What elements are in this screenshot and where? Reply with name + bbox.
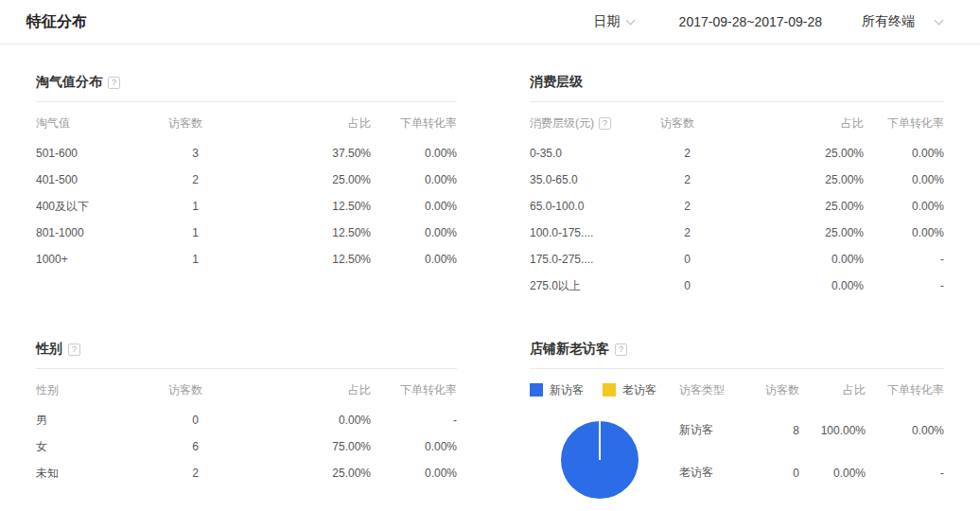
ratio-value: 12.50% bbox=[287, 226, 371, 239]
row-label: 501-600 bbox=[36, 147, 168, 160]
col-header-ratio: 占比 bbox=[287, 115, 371, 132]
col-header-label: 性别 bbox=[36, 382, 168, 398]
pie-slice-divider bbox=[599, 421, 601, 460]
ratio-value: 0.00% bbox=[779, 253, 864, 266]
page-header: 特征分布 日期 2017-09-28~2017-09-28 所有终端 bbox=[0, 0, 980, 44]
panel-title: 淘气值分布 bbox=[36, 74, 102, 91]
visitor-count: 0 bbox=[660, 279, 691, 292]
panel-title: 性别 bbox=[36, 341, 62, 358]
chevron-down-icon[interactable] bbox=[935, 15, 944, 25]
visitor-count: 0 bbox=[745, 467, 799, 480]
conversion-value: - bbox=[866, 467, 944, 480]
conversion-value: 0.00% bbox=[864, 200, 944, 213]
legend-item-new-visitor[interactable]: 新访客 bbox=[530, 382, 584, 398]
visitor-count: 2 bbox=[660, 173, 691, 186]
visitor-count: 8 bbox=[745, 424, 799, 437]
date-filter-dropdown[interactable]: 日期 bbox=[594, 13, 621, 30]
feature-distribution-page: 特征分布 日期 2017-09-28~2017-09-28 所有终端 淘气值分布… bbox=[0, 0, 980, 511]
table-row: 275.0以上 0 0.00% - bbox=[530, 273, 944, 299]
row-label: 新访客 bbox=[679, 422, 745, 438]
visitor-count: 2 bbox=[660, 200, 691, 213]
conversion-value: 0.00% bbox=[371, 226, 457, 239]
col-header-label: 淘气值 bbox=[36, 115, 168, 132]
panel-title: 店铺新老访客 bbox=[530, 341, 609, 358]
ratio-value: 37.50% bbox=[287, 147, 371, 160]
legend-swatch-blue bbox=[530, 383, 543, 396]
visitor-count: 0 bbox=[168, 414, 199, 427]
ratio-value: 25.00% bbox=[287, 173, 371, 186]
conversion-value: - bbox=[864, 253, 944, 266]
panel-new-old-visitors: 店铺新老访客 ? 新访客 老访客 访客类型 访客数 占比 bbox=[530, 340, 944, 499]
col-header-conversion: 下单转化率 bbox=[371, 115, 457, 132]
col-header-visitor-type: 访客类型 bbox=[679, 382, 745, 398]
legend-item-old-visitor[interactable]: 老访客 bbox=[603, 382, 656, 398]
visitor-count: 2 bbox=[168, 173, 199, 186]
table-row: 35.0-65.0 2 25.00% 0.00% bbox=[530, 167, 944, 193]
conversion-value: 0.00% bbox=[866, 424, 944, 437]
ratio-value: 0.00% bbox=[287, 414, 371, 427]
ratio-value: 25.00% bbox=[779, 173, 864, 186]
date-range-value[interactable]: 2017-09-28~2017-09-28 bbox=[679, 14, 822, 29]
visitor-count: 2 bbox=[168, 467, 199, 480]
conversion-value: - bbox=[864, 279, 944, 292]
divider bbox=[36, 101, 457, 102]
visitor-count: 1 bbox=[168, 200, 199, 213]
conversion-value: 0.00% bbox=[371, 173, 457, 186]
page-title: 特征分布 bbox=[26, 12, 87, 32]
help-icon[interactable]: ? bbox=[108, 77, 120, 89]
visitor-count: 1 bbox=[168, 226, 199, 239]
panels-grid: 淘气值分布 ? 淘气值 访客数 占比 下单转化率 501-600 3 37.50… bbox=[0, 44, 980, 499]
row-label: 男 bbox=[36, 413, 168, 429]
row-label: 1000+ bbox=[36, 253, 168, 266]
table-header: 消费层级(元)? 访客数 占比 下单转化率 bbox=[530, 112, 944, 134]
table-row: 801-1000 1 12.50% 0.00% bbox=[36, 220, 457, 246]
conversion-value: 0.00% bbox=[864, 147, 944, 160]
table-row: 未知 2 25.00% 0.00% bbox=[36, 460, 457, 486]
table-header: 淘气值 访客数 占比 下单转化率 bbox=[36, 112, 457, 134]
panel-gender: 性别 ? 性别 访客数 占比 下单转化率 男 0 0.00% - 女 bbox=[36, 340, 457, 499]
conversion-value: 0.00% bbox=[371, 440, 457, 453]
legend-and-header-row: 新访客 老访客 访客类型 访客数 占比 下单转化率 bbox=[530, 379, 944, 401]
table-row: 女 6 75.00% 0.00% bbox=[36, 433, 457, 460]
ratio-value: 75.00% bbox=[287, 440, 371, 453]
table-header: 性别 访客数 占比 下单转化率 bbox=[36, 379, 457, 401]
pie-legend: 新访客 老访客 bbox=[530, 382, 679, 398]
conversion-value: 0.00% bbox=[371, 467, 457, 480]
col-header-conversion: 下单转化率 bbox=[371, 382, 457, 398]
ratio-value: 25.00% bbox=[779, 147, 864, 160]
row-label: 400及以下 bbox=[36, 199, 168, 215]
row-label: 401-500 bbox=[36, 173, 168, 186]
conversion-value: 0.00% bbox=[864, 226, 944, 239]
terminal-filter-dropdown[interactable]: 所有终端 bbox=[862, 13, 915, 30]
ratio-value: 12.50% bbox=[287, 200, 371, 213]
table-row: 501-600 3 37.50% 0.00% bbox=[36, 140, 457, 167]
new-old-visitor-pie-chart bbox=[561, 421, 639, 499]
ratio-value: 25.00% bbox=[287, 467, 371, 480]
col-header-label: 消费层级(元) bbox=[530, 115, 594, 132]
panel-title: 消费层级 bbox=[530, 74, 583, 91]
help-icon[interactable]: ? bbox=[615, 344, 627, 356]
conversion-value: 0.00% bbox=[371, 253, 457, 266]
ratio-value: 25.00% bbox=[779, 226, 864, 239]
header-filters: 日期 2017-09-28~2017-09-28 所有终端 bbox=[594, 13, 942, 30]
divider bbox=[36, 368, 457, 369]
row-label: 100.0-175.... bbox=[530, 226, 660, 239]
table-row: 175.0-275.... 0 0.00% - bbox=[530, 246, 944, 273]
col-header-ratio: 占比 bbox=[799, 382, 866, 398]
help-icon[interactable]: ? bbox=[599, 117, 611, 130]
table-row: 400及以下 1 12.50% 0.00% bbox=[36, 193, 457, 220]
ratio-value: 25.00% bbox=[779, 200, 864, 213]
row-label: 女 bbox=[36, 439, 168, 455]
row-label: 未知 bbox=[36, 466, 168, 482]
col-header-ratio: 占比 bbox=[287, 382, 371, 398]
chevron-down-icon[interactable] bbox=[625, 15, 635, 25]
row-label: 275.0以上 bbox=[530, 278, 660, 294]
conversion-value: 0.00% bbox=[371, 147, 457, 160]
col-header-visitors: 访客数 bbox=[745, 382, 799, 398]
conversion-value: - bbox=[371, 414, 457, 427]
table-row: 新访客 8 100.00% 0.00% bbox=[679, 409, 944, 451]
table-row: 0-35.0 2 25.00% 0.00% bbox=[530, 140, 944, 167]
table-row: 老访客 0 0.00% - bbox=[679, 451, 944, 494]
help-icon[interactable]: ? bbox=[68, 344, 80, 356]
conversion-value: 0.00% bbox=[864, 173, 944, 186]
